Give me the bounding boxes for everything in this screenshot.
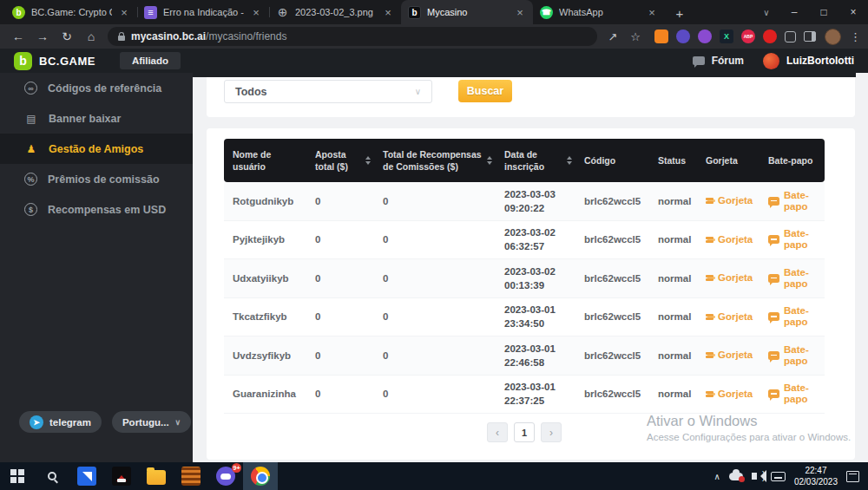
username-label[interactable]: LuizBortolotti [786, 55, 854, 67]
back-button[interactable]: ← [7, 26, 30, 47]
sidebar-item[interactable]: ∞ Códigos de referência [0, 73, 193, 103]
extension-icon[interactable]: X [720, 29, 733, 43]
extension-icon[interactable]: ABP [741, 29, 755, 43]
tip-link[interactable]: Gorjeta [706, 195, 753, 206]
chat-bubble-icon [768, 389, 779, 398]
taskbar-clock[interactable]: 22:47 02/03/2023 [794, 465, 838, 488]
cell-commission-rewards: 0 [374, 182, 496, 220]
extension-icon[interactable] [785, 31, 796, 42]
filter-select[interactable]: Todos ∨ [224, 80, 432, 103]
tab-close-icon[interactable]: × [118, 6, 130, 19]
browser-profile-avatar[interactable] [825, 29, 841, 45]
pagination-next-button[interactable]: › [541, 422, 562, 442]
browser-tab[interactable]: ≡ Erro na Indicação - BC.Game × [137, 0, 269, 24]
tab-title: WhatsApp [559, 7, 640, 17]
telegram-button[interactable]: ➤ telegram [19, 411, 102, 433]
friends-table-card: Nome de usuário Aposta total ($) Total d… [207, 128, 855, 460]
tab-close-icon[interactable]: × [382, 6, 394, 19]
column-header: Bate-papo [760, 139, 825, 182]
sidebar-item[interactable]: $ Recompensas em USD [0, 194, 193, 225]
extension-icon[interactable] [804, 31, 816, 42]
chat-link[interactable]: Bate-papo [768, 305, 815, 328]
extensions-row: X ABP [654, 29, 816, 43]
onedrive-icon[interactable] [729, 473, 743, 480]
sidebar-item[interactable]: ♟ Gestão de Amigos [0, 134, 193, 164]
forum-link[interactable]: Fórum [712, 55, 744, 67]
keyboard-icon[interactable] [771, 472, 786, 481]
taskbar-app-game[interactable] [104, 462, 139, 490]
forward-button[interactable]: → [31, 26, 54, 47]
chat-link[interactable]: Bate-papo [768, 190, 815, 212]
chat-link[interactable]: Bate-papo [768, 382, 815, 405]
extension-icon[interactable] [654, 29, 668, 43]
tip-link[interactable]: Gorjeta [706, 389, 753, 400]
sort-icon[interactable] [487, 156, 492, 165]
tip-link[interactable]: Gorjeta [706, 350, 753, 361]
start-button[interactable] [0, 462, 35, 490]
bcgame-logo[interactable]: b [14, 52, 32, 70]
cell-status: normal [649, 298, 697, 336]
column-header-label: Código [584, 154, 615, 167]
tab-close-icon[interactable]: × [646, 6, 658, 19]
chat-link[interactable]: Bate-papo [768, 267, 815, 290]
chat-link[interactable]: Bate-papo [768, 344, 815, 367]
reload-button[interactable]: ↻ [56, 26, 78, 47]
sidebar-item-icon: $ [24, 203, 37, 216]
taskbar-file-explorer[interactable] [139, 462, 174, 490]
extension-icon[interactable] [676, 29, 690, 43]
browser-tabstrip: b BC.Game: Crypto Casino Gan × ≡ Erro na… [0, 0, 868, 24]
sidebar-item-label: Recompensas em USD [48, 204, 166, 216]
afiliado-button[interactable]: Afiliado [120, 52, 181, 69]
browser-tab[interactable]: ⊕ 2023-03-02_3.png (1024×76 × [269, 0, 401, 24]
taskbar-game-bar[interactable]: 9+ [208, 462, 243, 490]
tab-close-icon[interactable]: × [514, 6, 526, 19]
window-maximize-button[interactable]: □ [809, 0, 838, 24]
taskbar-chrome[interactable] [243, 462, 278, 490]
share-icon[interactable]: ↗ [602, 26, 623, 47]
taskbar-search-button[interactable] [35, 462, 69, 490]
pagination-prev-button[interactable]: ‹ [487, 422, 508, 442]
pagination-page-1[interactable]: 1 [514, 422, 535, 442]
tab-close-icon[interactable]: × [250, 6, 262, 19]
action-center-icon[interactable] [846, 471, 859, 482]
tip-link[interactable]: Gorjeta [706, 234, 753, 245]
address-bar[interactable]: mycasino.bc.ai/mycasino/friends [108, 27, 597, 46]
sort-icon[interactable] [567, 156, 572, 165]
window-minimize-button[interactable]: – [779, 0, 809, 24]
chat-bubble-icon [768, 351, 779, 360]
browser-tab[interactable]: ☎ WhatsApp × [533, 0, 665, 24]
window-close-button[interactable]: × [838, 0, 868, 24]
header-right: Fórum LuizBortolotti [693, 53, 854, 69]
tab-search-icon[interactable]: ∨ [753, 0, 779, 24]
cell-code: brlc62wccl5 [575, 221, 649, 259]
bookmark-star-icon[interactable]: ☆ [625, 26, 646, 47]
tip-link[interactable]: Gorjeta [706, 311, 753, 323]
browser-tab[interactable]: b BC.Game: Crypto Casino Gan × [5, 0, 137, 24]
tray-expand-icon[interactable]: ∧ [714, 472, 720, 481]
new-tab-button[interactable]: + [668, 2, 691, 24]
search-button[interactable]: Buscar [458, 80, 512, 102]
cell-commission-rewards: 0 [374, 221, 496, 259]
extension-icon[interactable] [763, 29, 777, 43]
extension-icon[interactable] [698, 29, 712, 43]
taskbar-app-orange[interactable] [174, 462, 208, 490]
taskbar-app-radeon[interactable] [69, 462, 104, 490]
cell-code: brlc62wccl5 [575, 336, 649, 375]
browser-toolbar: ← → ↻ ⌂ mycasino.bc.ai/mycasino/friends … [0, 24, 868, 49]
chat-link[interactable]: Bate-papo [768, 228, 815, 251]
cell-total-bet: 0 [306, 376, 374, 414]
sidebar-item[interactable]: ▤ Banner baixar [0, 103, 193, 134]
home-button[interactable]: ⌂ [80, 26, 102, 47]
folder-icon [147, 470, 166, 485]
browser-menu-icon[interactable]: ⋮ [850, 30, 861, 43]
language-selector[interactable]: Portugu... ∨ [112, 411, 191, 433]
sidebar-item[interactable]: % Prêmios de comissão [0, 164, 193, 194]
user-avatar[interactable] [763, 53, 779, 69]
windows-logo-icon [10, 469, 24, 483]
cell-total-bet: 0 [306, 182, 374, 220]
browser-tab[interactable]: b Mycasino × [401, 0, 533, 24]
forum-chat-icon [693, 56, 705, 65]
volume-icon[interactable] [752, 473, 757, 480]
tip-link[interactable]: Gorjeta [706, 272, 753, 284]
sort-icon[interactable] [365, 156, 371, 165]
